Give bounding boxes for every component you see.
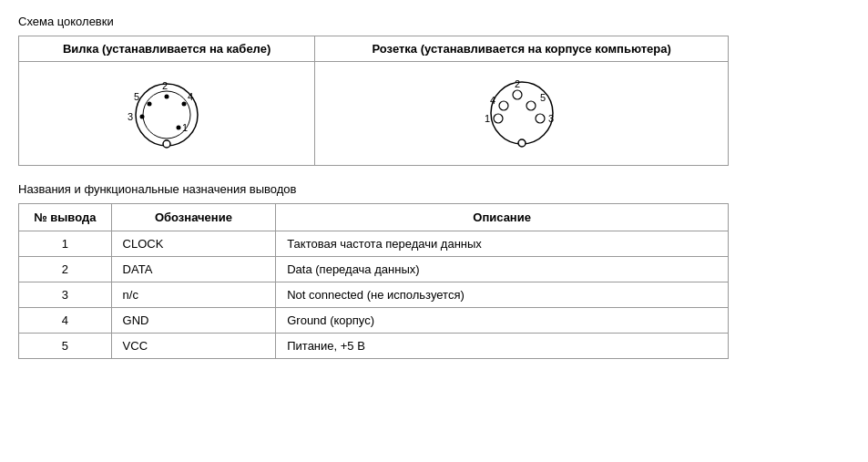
- pin-num: 5: [19, 334, 112, 359]
- svg-text:1: 1: [182, 122, 188, 133]
- pin-desc: Data (передача данных): [276, 257, 729, 282]
- svg-point-4: [165, 95, 169, 99]
- male-connector-svg: 1 2 3 4 5: [117, 71, 217, 153]
- pin-desc: Питание, +5 В: [276, 334, 729, 359]
- svg-text:3: 3: [548, 113, 554, 124]
- svg-text:4: 4: [490, 95, 495, 106]
- svg-point-2: [163, 140, 170, 148]
- table-row: 2DATAData (передача данных): [19, 257, 729, 282]
- svg-point-14: [494, 114, 503, 123]
- pins-header-desc: Описание: [276, 204, 729, 231]
- pin-num: 2: [19, 257, 112, 282]
- pins-table: № вывода Обозначение Описание 1CLOCKТакт…: [18, 203, 729, 359]
- table-row: 5VCCПитание, +5 В: [19, 334, 729, 359]
- pin-label: DATA: [111, 257, 276, 282]
- section2-title: Названия и функциональные назначения выв…: [18, 182, 850, 196]
- pin-num: 3: [19, 282, 112, 308]
- svg-text:1: 1: [485, 113, 490, 124]
- svg-point-16: [536, 114, 545, 123]
- table-row: 3n/cNot connected (не используется): [19, 282, 729, 308]
- pinout-male-cell: 1 2 3 4 5: [19, 62, 315, 166]
- table-row: 4GNDGround (корпус): [19, 308, 729, 334]
- pins-header-label: Обозначение: [111, 204, 276, 231]
- svg-point-17: [499, 101, 508, 110]
- pin-desc: Тактовая частота передачи данных: [276, 231, 729, 257]
- pinout-female-cell: 1 2 3 4 5: [315, 62, 729, 166]
- pin-desc: Ground (корпус): [276, 308, 729, 334]
- svg-point-5: [140, 115, 145, 119]
- pin-label: CLOCK: [111, 231, 276, 257]
- svg-text:5: 5: [540, 92, 546, 103]
- svg-text:3: 3: [128, 111, 133, 122]
- pin-num: 4: [19, 308, 112, 334]
- svg-point-15: [513, 90, 522, 99]
- pin-label: VCC: [111, 334, 276, 359]
- svg-point-3: [177, 126, 181, 130]
- pins-header-num: № вывода: [19, 204, 112, 231]
- pin-label: n/c: [111, 282, 276, 308]
- svg-text:4: 4: [188, 91, 193, 102]
- svg-text:2: 2: [162, 80, 168, 91]
- table-row: 1CLOCKТактовая частота передачи данных: [19, 231, 729, 257]
- pinout-header-female: Розетка (устанавливается на корпусе комп…: [315, 36, 729, 62]
- pin-desc: Not connected (не используется): [276, 282, 729, 308]
- svg-text:5: 5: [134, 91, 139, 102]
- svg-text:2: 2: [515, 78, 520, 89]
- svg-point-7: [148, 102, 152, 107]
- section1-title: Схема цоколевки: [18, 15, 850, 28]
- svg-point-18: [526, 101, 536, 110]
- pin-num: 1: [19, 231, 112, 257]
- pinout-table: Вилка (устанавливается на кабеле) Розетк…: [18, 36, 729, 166]
- svg-point-19: [518, 139, 526, 147]
- pinout-header-male: Вилка (устанавливается на кабеле): [19, 36, 315, 62]
- female-connector-svg: 1 2 3 4 5: [467, 71, 577, 153]
- svg-point-6: [182, 102, 187, 107]
- pin-label: GND: [111, 308, 276, 334]
